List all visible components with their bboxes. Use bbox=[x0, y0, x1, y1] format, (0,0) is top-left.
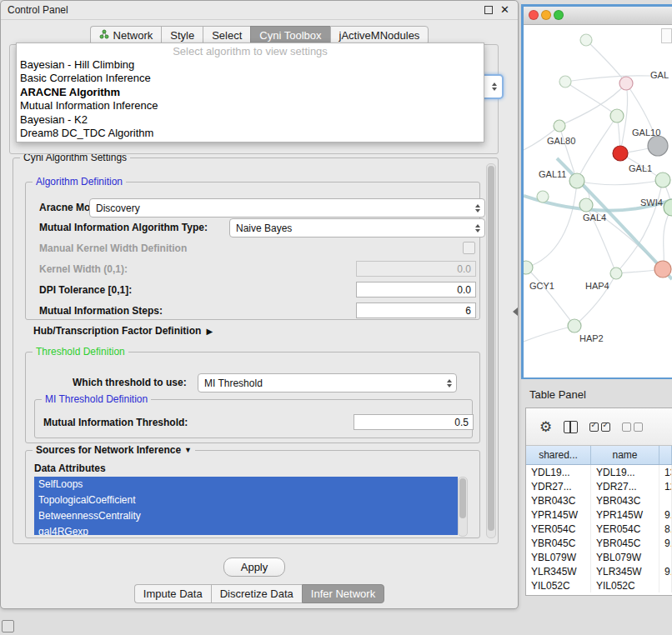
close-icon[interactable]: ✕ bbox=[500, 5, 509, 15]
column-header-extra[interactable] bbox=[659, 446, 672, 464]
algorithm-popup-placeholder: Select algorithm to view settings bbox=[17, 45, 484, 58]
algorithm-definition-group: Algorithm Definition Aracne Mode: Discov… bbox=[25, 182, 480, 320]
algorithm-option[interactable]: Basic Correlation Inference bbox=[17, 72, 484, 85]
collapse-down-icon: ▼ bbox=[184, 444, 192, 457]
table-cell: YER054C bbox=[591, 522, 659, 536]
float-window-icon[interactable] bbox=[484, 6, 493, 14]
mi-threshold-field[interactable] bbox=[354, 414, 474, 430]
column-header-shared-name[interactable]: shared... bbox=[526, 446, 591, 464]
combo-arrows-icon bbox=[472, 204, 483, 212]
control-panel-titlebar[interactable]: Control Panel ✕ bbox=[1, 1, 518, 20]
algorithm-option[interactable]: Bayesian - Hill Climbing bbox=[17, 58, 484, 72]
deselect-all-columns-icon[interactable] bbox=[622, 422, 643, 432]
zoom-traffic-light-icon[interactable] bbox=[554, 10, 564, 20]
algorithm-option-highlighted[interactable]: ARACNE Algorithm bbox=[17, 86, 484, 99]
attribute-item-selected[interactable]: BetweennessCentrality bbox=[34, 508, 458, 524]
tab-discretize-data[interactable]: Discretize Data bbox=[211, 584, 302, 603]
algorithm-option[interactable]: Bayesian - K2 bbox=[17, 113, 484, 127]
apply-button-label: Apply bbox=[241, 561, 268, 573]
attribute-item-selected[interactable]: SelfLoops bbox=[34, 477, 458, 492]
network-node[interactable] bbox=[613, 146, 628, 161]
dpi-tolerance-field[interactable] bbox=[356, 282, 476, 298]
mi-steps-field[interactable] bbox=[356, 302, 476, 318]
table-cell: 12 bbox=[659, 479, 672, 493]
network-node[interactable] bbox=[655, 172, 670, 188]
attribute-item-selected[interactable]: TopologicalCoefficient bbox=[34, 492, 458, 508]
network-node-label: GCY1 bbox=[529, 281, 554, 291]
network-node[interactable] bbox=[554, 120, 565, 132]
mi-type-select[interactable]: Naive Bayes bbox=[229, 218, 485, 238]
tab-label: Infer Network bbox=[311, 588, 375, 600]
network-window-titlebar[interactable] bbox=[524, 7, 672, 25]
which-threshold-select[interactable]: MI Threshold bbox=[198, 373, 457, 392]
threshold-definition-title: Threshold Definition bbox=[33, 346, 128, 358]
apply-button[interactable]: Apply bbox=[223, 558, 285, 577]
minimized-panel-icon[interactable] bbox=[2, 620, 14, 632]
network-node-label: GAL1 bbox=[629, 163, 652, 173]
tab-label: jActiveMNodules bbox=[339, 29, 420, 42]
kernel-width-field[interactable] bbox=[356, 261, 476, 277]
table-cell: 9. bbox=[659, 536, 672, 550]
tab-infer-network[interactable]: Infer Network bbox=[302, 584, 384, 603]
hub-definition-toggle[interactable]: Hub/Transcription Factor Definition ▶ bbox=[33, 325, 213, 337]
network-node-label: HAP4 bbox=[585, 281, 609, 291]
tab-impute-data[interactable]: Impute Data bbox=[134, 584, 211, 603]
table-cell: YIL052C bbox=[591, 578, 659, 592]
algorithm-option[interactable]: Dream8 DC_TDC Algorithm bbox=[17, 127, 484, 140]
column-view-icon[interactable] bbox=[564, 421, 578, 433]
network-node[interactable] bbox=[579, 198, 593, 212]
attribute-item-selected[interactable]: gal4RGexp bbox=[34, 524, 458, 535]
data-attributes-list: SelfLoops TopologicalCoefficient Between… bbox=[34, 477, 458, 535]
network-node[interactable] bbox=[568, 319, 581, 332]
settings-scrollbar[interactable] bbox=[486, 163, 496, 538]
table-row[interactable]: YPR145WYPR145W9. bbox=[526, 508, 672, 522]
table-row[interactable]: YER054CYER054C8. bbox=[526, 522, 672, 536]
network-scrollbar-corner[interactable] bbox=[661, 28, 672, 43]
table-row[interactable]: YBR043CYBR043C bbox=[526, 493, 672, 508]
table-row[interactable]: YBL079WYBL079W bbox=[526, 550, 672, 564]
network-node[interactable] bbox=[569, 173, 584, 188]
panel-collapse-handle[interactable] bbox=[513, 308, 518, 316]
tab-label: Discretize Data bbox=[220, 588, 293, 600]
table-cell: YDR27... bbox=[526, 479, 591, 493]
algorithm-definition-title: Algorithm Definition bbox=[33, 176, 126, 188]
sources-group-toggle[interactable]: Sources for Network Inference ▼ bbox=[33, 444, 195, 457]
network-node[interactable] bbox=[580, 34, 592, 46]
expand-right-icon: ▶ bbox=[204, 327, 213, 336]
attributes-scrollbar[interactable] bbox=[458, 477, 468, 537]
gear-icon[interactable]: ⚙ bbox=[539, 420, 552, 434]
network-node-label: GAL4 bbox=[583, 212, 606, 222]
mi-steps-label: Mutual Information Steps: bbox=[39, 305, 163, 317]
network-node[interactable] bbox=[537, 191, 549, 202]
network-node[interactable] bbox=[610, 109, 624, 122]
network-canvas[interactable]: GALGAL80GAL10GAL11GAL1SWI4GAL4GCY1HAP4HA… bbox=[524, 25, 672, 378]
network-node[interactable] bbox=[610, 268, 622, 279]
kernel-width-label: Kernel Width (0,1): bbox=[39, 263, 128, 275]
table-cell bbox=[659, 578, 672, 592]
mi-threshold-group-title: MI Threshold Definition bbox=[42, 393, 151, 406]
table-row[interactable]: YLR345WYLR345W9. bbox=[526, 564, 672, 578]
table-cell: 9. bbox=[659, 508, 672, 522]
table-row[interactable]: YDR27...YDR27...12 bbox=[526, 479, 672, 493]
network-node[interactable] bbox=[654, 261, 671, 278]
tab-label: Select bbox=[212, 29, 242, 42]
network-node[interactable] bbox=[524, 261, 533, 274]
table-cell: YLR345W bbox=[526, 564, 591, 578]
column-header-name[interactable]: name bbox=[591, 446, 659, 464]
table-cell: YBR045C bbox=[526, 536, 591, 550]
algorithm-option[interactable]: Mutual Information Inference bbox=[17, 99, 484, 112]
aracne-mode-select[interactable]: Discovery bbox=[89, 198, 485, 218]
network-node[interactable] bbox=[619, 77, 633, 90]
close-traffic-light-icon[interactable] bbox=[529, 10, 539, 20]
table-cell: YPR145W bbox=[591, 508, 659, 522]
minimize-traffic-light-icon[interactable] bbox=[541, 10, 551, 20]
manual-kernel-checkbox[interactable] bbox=[463, 242, 475, 254]
network-node[interactable] bbox=[648, 136, 668, 156]
table-row[interactable]: YDL19...YDL19...13 bbox=[526, 465, 672, 479]
table-row[interactable]: YBR045CYBR045C9. bbox=[526, 536, 672, 550]
table-row[interactable]: YIL052CYIL052C bbox=[526, 578, 672, 592]
network-node[interactable] bbox=[559, 76, 571, 88]
table-cell: YBR045C bbox=[591, 536, 659, 550]
table-cell: YIL052C bbox=[526, 578, 591, 592]
select-all-columns-icon[interactable] bbox=[589, 422, 610, 432]
